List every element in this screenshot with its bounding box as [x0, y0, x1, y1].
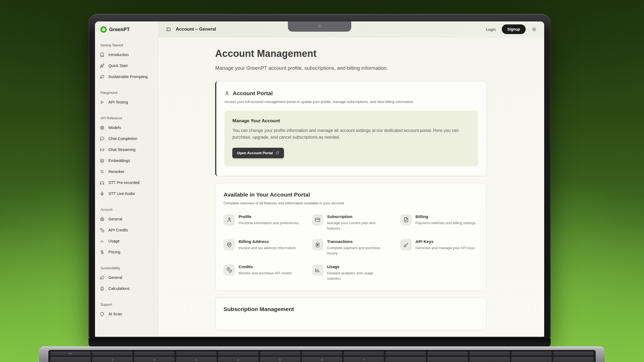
chart-icon	[312, 264, 323, 276]
keyboard-key: 5	[260, 357, 300, 362]
feature-description: Manage your current plan and features	[327, 220, 388, 231]
signup-button[interactable]: Signup	[502, 24, 526, 34]
sidebar-nav: Getting StartedIntroductionQuick StartSu…	[100, 43, 154, 317]
feature-subscription: SubscriptionManage your current plan and…	[312, 214, 390, 231]
feature-title: Usage	[327, 264, 390, 269]
keyboard-key	[386, 357, 426, 362]
keyboard-key	[427, 357, 468, 362]
feature-usage: UsageDetailed analytics and usage statis…	[312, 264, 390, 282]
headphones-icon	[100, 180, 104, 185]
shield-icon	[100, 312, 104, 316]
keyboard-key	[553, 357, 594, 362]
keyboard-key	[427, 352, 468, 356]
camera-dot	[318, 24, 321, 28]
sidebar-item-sustainability-calculations[interactable]: Calculations	[100, 285, 154, 292]
feature-description: Payment methods and billing settings	[415, 220, 475, 226]
map-pin-icon	[226, 242, 232, 248]
app-window: GreenPT Getting StartedIntroductionQuick…	[95, 21, 544, 337]
sidebar-item-api-reference-chat-completion[interactable]: Chat Completion	[100, 135, 154, 142]
play-icon	[100, 100, 104, 105]
sidebar-toggle-button[interactable]	[166, 27, 171, 32]
key-icon	[400, 239, 412, 250]
play-icon	[100, 100, 104, 105]
book-icon	[100, 53, 104, 57]
sidebar-item-sustainability-general[interactable]: General	[100, 274, 154, 281]
bars-icon	[100, 239, 104, 243]
sidebar-item-label: API Credits	[108, 228, 128, 232]
keyboard-key: 7	[344, 357, 384, 362]
rocket-icon	[100, 64, 104, 68]
manage-account-panel: Manage Your Account You can change your …	[224, 111, 478, 166]
dollar-icon	[100, 250, 104, 254]
sidebar-item-account-pricing[interactable]: Pricing	[100, 249, 154, 256]
logo[interactable]: GreenPT	[100, 26, 154, 33]
main-area: Account – General Login Signup Account M…	[158, 21, 544, 337]
feature-text: UsageDetailed analytics and usage statis…	[327, 264, 390, 282]
feature-title: Subscription	[327, 214, 390, 219]
gear-icon	[100, 217, 104, 221]
sidebar-item-getting-started-introduction[interactable]: Introduction	[100, 51, 154, 58]
sidebar-item-label: Reranker	[108, 169, 125, 174]
coins-icon	[100, 228, 104, 232]
chat-icon	[100, 136, 104, 141]
page-breadcrumb: Account – General	[176, 27, 216, 32]
sidebar-item-label: Chat Completion	[108, 136, 137, 141]
sidebar-item-support-ai-scan[interactable]: AI Scan	[100, 311, 154, 317]
feature-text: SubscriptionManage your current plan and…	[327, 214, 390, 231]
feature-title: Billing Address	[239, 239, 298, 244]
camera-notch	[288, 21, 351, 32]
login-link[interactable]: Login	[486, 27, 496, 32]
chart-icon	[315, 267, 320, 273]
headphones-icon	[100, 180, 104, 185]
leaf-icon	[100, 75, 104, 79]
calculator-icon	[100, 286, 104, 291]
keyboard-key	[511, 357, 552, 362]
sidebar-item-api-reference-chat-streaming[interactable]: Chat Streaming	[100, 146, 154, 153]
sidebar-item-label: Quick Start	[108, 64, 128, 68]
feature-text: TransactionsComplete payment and purchas…	[327, 239, 390, 256]
sidebar-item-api-reference-embeddings[interactable]: Embeddings	[100, 157, 154, 164]
sidebar-item-api-reference-stt-pre-recorded[interactable]: STT Pre-recorded	[100, 179, 154, 186]
sidebar-item-account-general[interactable]: General	[100, 216, 154, 223]
keyboard-key: 4	[218, 357, 258, 362]
laptop-base: esc1234567tabQWE	[39, 346, 605, 362]
theme-toggle-button[interactable]	[532, 27, 537, 32]
open-account-portal-button[interactable]: Open Account Portal	[232, 148, 284, 158]
topbar: Account – General Login Signup	[158, 21, 544, 37]
sidebar-item-api-reference-reranker[interactable]: Reranker	[100, 168, 154, 175]
broadcast-icon	[100, 147, 104, 152]
sidebar-item-api-reference-stt-live-audio[interactable]: STT Live Audio	[100, 190, 154, 197]
sidebar-item-playground-api-testing[interactable]: API Testing	[100, 99, 154, 106]
main-content: Account Management Manage your GreenPT a…	[158, 37, 544, 337]
feature-description: Detailed analytics and usage statistics	[327, 271, 388, 282]
keyboard-key: 1	[92, 357, 133, 362]
keyboard-key	[218, 352, 258, 356]
laptop-screen: GreenPT Getting StartedIntroductionQuick…	[89, 14, 551, 339]
leaf-icon	[100, 75, 104, 79]
chat-icon	[100, 136, 104, 141]
feature-title: API Keys	[415, 239, 477, 244]
coins-icon	[100, 228, 104, 232]
sidebar-item-label: AI Scan	[108, 312, 122, 316]
keyboard-key	[92, 352, 133, 356]
feature-title: Profile	[239, 214, 301, 219]
keyboard-key: 2	[134, 357, 174, 362]
account-portal-card-description: Access your full account management port…	[224, 100, 478, 104]
sidebar: GreenPT Getting StartedIntroductionQuick…	[95, 21, 158, 337]
person-icon	[224, 91, 230, 96]
sidebar-item-account-api-credits[interactable]: API Credits	[100, 227, 154, 234]
sidebar-section-title: Support	[100, 303, 154, 306]
sidebar-item-account-usage[interactable]: Usage	[100, 238, 154, 245]
sidebar-item-label: STT Pre-recorded	[108, 180, 140, 185]
feature-text: BillingPayment methods and billing setti…	[415, 214, 478, 226]
sidebar-item-api-reference-models[interactable]: Models	[100, 124, 154, 131]
sidebar-item-getting-started-quick-start[interactable]: Quick Start	[100, 62, 154, 69]
keyboard-key	[553, 352, 594, 356]
sidebar-item-getting-started-sustainable-prompting[interactable]: Sustainable Prompting	[100, 73, 154, 80]
person-icon	[224, 214, 235, 226]
panel-left-icon	[166, 27, 171, 32]
keyboard-key: 3	[176, 357, 216, 362]
keyboard-key	[470, 352, 510, 356]
features-card-subtitle: Complete overview of all features and in…	[224, 201, 478, 205]
receipt-icon	[315, 242, 320, 248]
